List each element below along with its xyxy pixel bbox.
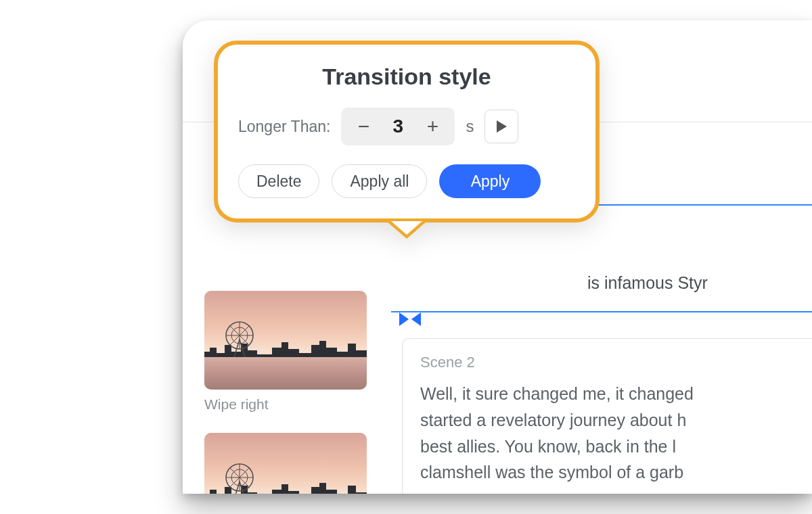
scene2-card[interactable]: Scene 2 Well, it sure changed me, it cha… — [402, 338, 812, 494]
scene-body-line: clamshell was the symbol of a garb — [420, 459, 812, 486]
scene1-text-fragment: is infamous Styr — [587, 273, 708, 293]
popover-tail-icon — [386, 221, 427, 241]
scene-body-line: best allies. You know, back in the l — [420, 434, 812, 460]
stage: Wipe right — [0, 0, 812, 514]
transition-thumbnail — [204, 433, 367, 494]
transition-thumbnail — [204, 291, 367, 390]
transition-thumb-item[interactable] — [204, 433, 367, 494]
decrement-button[interactable]: − — [345, 110, 382, 143]
minus-icon: − — [358, 115, 370, 138]
duration-value[interactable]: 3 — [382, 116, 414, 137]
duration-stepper: − 3 + — [341, 108, 455, 145]
longer-than-label: Longer Than: — [238, 118, 330, 136]
apply-button[interactable]: Apply — [439, 164, 541, 198]
ferris-wheel-graphic — [221, 319, 258, 357]
selection-rule — [391, 311, 812, 312]
preview-play-button[interactable] — [484, 110, 518, 143]
transition-thumb-list: Wipe right — [204, 291, 367, 494]
delete-button[interactable]: Delete — [238, 164, 319, 198]
plus-icon: + — [427, 115, 439, 138]
transition-thumb-item[interactable]: Wipe right — [204, 291, 367, 413]
ferris-wheel-graphic — [221, 461, 258, 494]
scene-body-line: started a revelatory journey about h — [420, 407, 812, 434]
duration-unit: s — [466, 117, 474, 136]
duration-row: Longer Than: − 3 + s — [238, 108, 575, 145]
play-icon — [495, 120, 508, 133]
transition-style-popover: Transition style Longer Than: − 3 + s — [214, 41, 600, 223]
transition-thumb-label: Wipe right — [204, 396, 367, 413]
popover-title: Transition style — [238, 64, 575, 90]
increment-button[interactable]: + — [414, 110, 451, 143]
popover-button-row: Delete Apply all Apply — [238, 164, 575, 198]
scene-label: Scene 2 — [420, 354, 812, 371]
apply-all-button[interactable]: Apply all — [332, 164, 427, 198]
scene-body-line: Well, it sure changed me, it changed — [420, 381, 812, 407]
scene-body: Well, it sure changed me, it changed sta… — [420, 381, 812, 486]
